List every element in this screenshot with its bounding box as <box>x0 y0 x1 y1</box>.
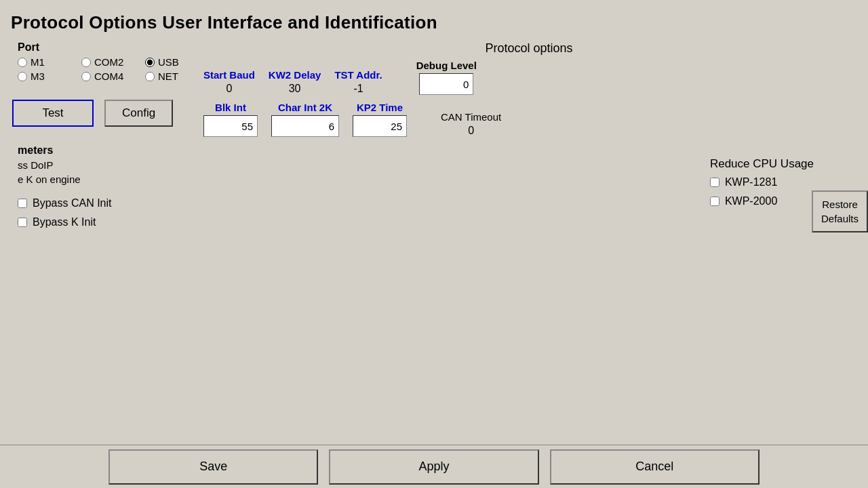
debug-level-label: Debug Level <box>416 60 477 71</box>
checkbox-section: Bypass CAN Init Bypass K Init <box>18 197 186 228</box>
radio-com2[interactable] <box>81 58 91 67</box>
bypass-k-init-checkbox[interactable] <box>18 218 27 227</box>
can-timeout-value: 0 <box>468 125 474 137</box>
bypass-k-init-item: Bypass K Init <box>18 216 186 228</box>
port-rows: M1 COM2 USB <box>18 56 186 82</box>
kw2-delay-value: 30 <box>289 83 301 95</box>
label-com4: COM4 <box>94 70 123 82</box>
kwp2000-label: KWP-2000 <box>725 195 777 207</box>
char-int-2k-col: Char Int 2K <box>271 102 339 137</box>
can-timeout-col: CAN Timeout 0 <box>441 111 501 137</box>
lower-row: Reduce CPU Usage KWP-1281 KWP-2000 Resto <box>203 157 854 207</box>
label-com1: M1 <box>31 56 45 68</box>
kwp1281-item: KWP-1281 <box>710 176 814 188</box>
blk-int-col: Blk Int <box>203 102 258 137</box>
label-usb: USB <box>158 56 179 68</box>
debug-level-input[interactable] <box>419 73 473 95</box>
save-button[interactable]: Save <box>108 449 318 485</box>
radio-net[interactable] <box>145 72 155 81</box>
radio-com4[interactable] <box>81 72 91 81</box>
reduce-cpu-title: Reduce CPU Usage <box>710 157 814 171</box>
port-row-1: M1 COM2 USB <box>18 56 186 68</box>
params-label: meters <box>18 144 186 157</box>
protocol-header: Protocol options <box>203 41 854 56</box>
port-com2: COM2 <box>81 56 136 68</box>
kw2-delay-label: KW2 Delay <box>269 69 321 81</box>
bypass-k-init-label: Bypass K Init <box>33 216 96 228</box>
label-com3: M3 <box>31 70 45 82</box>
kwp2000-checkbox[interactable] <box>710 197 719 206</box>
char-int-2k-label: Char Int 2K <box>278 102 332 113</box>
left-panel: Port M1 COM2 USB <box>7 41 197 228</box>
param-items: ss DoIP e K on engine <box>18 159 186 185</box>
bottom-bar: Save Apply Cancel <box>0 445 868 488</box>
restore-defaults-button[interactable]: RestoreDefaults <box>812 190 868 232</box>
protocol-row-2: Blk Int Char Int 2K KP2 Time CAN Timeout… <box>203 102 854 137</box>
kp2-time-input[interactable] <box>353 115 407 137</box>
protocol-row-1: Start Baud 0 KW2 Delay 30 TST Addr. -1 D… <box>203 60 854 95</box>
port-label: Port <box>18 41 186 54</box>
page-title: Protocol Options User Interface and Iden… <box>0 7 868 41</box>
right-panel: Protocol options Start Baud 0 KW2 Delay … <box>197 41 861 228</box>
start-baud-col: Start Baud 0 <box>203 69 255 95</box>
label-net: NET <box>158 70 178 82</box>
can-timeout-label: CAN Timeout <box>441 111 501 123</box>
apply-button[interactable]: Apply <box>329 449 538 485</box>
content-area: Port M1 COM2 USB <box>0 41 868 228</box>
param-dip: ss DoIP <box>18 159 186 171</box>
debug-level-col: Debug Level <box>416 60 477 95</box>
port-usb: USB <box>145 56 199 68</box>
radio-com3[interactable] <box>18 72 27 81</box>
test-button[interactable]: Test <box>12 100 94 127</box>
reduce-items: KWP-1281 KWP-2000 <box>710 176 814 207</box>
port-com4: COM4 <box>81 70 136 82</box>
params-section: meters ss DoIP e K on engine <box>18 144 186 185</box>
kwp1281-label: KWP-1281 <box>725 176 777 188</box>
spacer <box>203 157 669 207</box>
reduce-cpu-section: Reduce CPU Usage KWP-1281 KWP-2000 <box>710 157 814 207</box>
tst-addr-label: TST Addr. <box>334 69 382 81</box>
bypass-can-init-item: Bypass CAN Init <box>18 197 186 209</box>
kwp1281-checkbox[interactable] <box>710 178 719 187</box>
radio-com1[interactable] <box>18 58 27 67</box>
btn-row: Test Config <box>12 100 186 127</box>
kp2-time-col: KP2 Time <box>353 102 407 137</box>
blk-int-label: Blk Int <box>215 102 246 113</box>
cancel-button[interactable]: Cancel <box>550 449 760 485</box>
label-com2: COM2 <box>94 56 123 68</box>
config-button[interactable]: Config <box>104 100 173 127</box>
port-net: NET <box>145 70 199 82</box>
tst-addr-col: TST Addr. -1 <box>334 69 382 95</box>
char-int-2k-input[interactable] <box>271 115 339 137</box>
start-baud-label: Start Baud <box>203 69 255 81</box>
param-engine: e K on engine <box>18 174 186 185</box>
port-section: Port M1 COM2 USB <box>18 41 186 82</box>
port-com1: M1 <box>18 56 72 68</box>
tst-addr-value: -1 <box>353 83 363 95</box>
kp2-time-label: KP2 Time <box>357 102 403 113</box>
start-baud-value: 0 <box>226 83 232 95</box>
bypass-can-init-checkbox[interactable] <box>18 199 27 208</box>
radio-usb[interactable] <box>145 58 155 67</box>
port-com3: M3 <box>18 70 72 82</box>
bypass-can-init-label: Bypass CAN Init <box>33 197 111 209</box>
kw2-delay-col: KW2 Delay 30 <box>269 69 321 95</box>
kwp2000-item: KWP-2000 <box>710 195 814 207</box>
main-container: Protocol Options User Interface and Iden… <box>0 0 868 488</box>
port-row-2: M3 COM4 NET <box>18 70 186 82</box>
blk-int-input[interactable] <box>203 115 258 137</box>
